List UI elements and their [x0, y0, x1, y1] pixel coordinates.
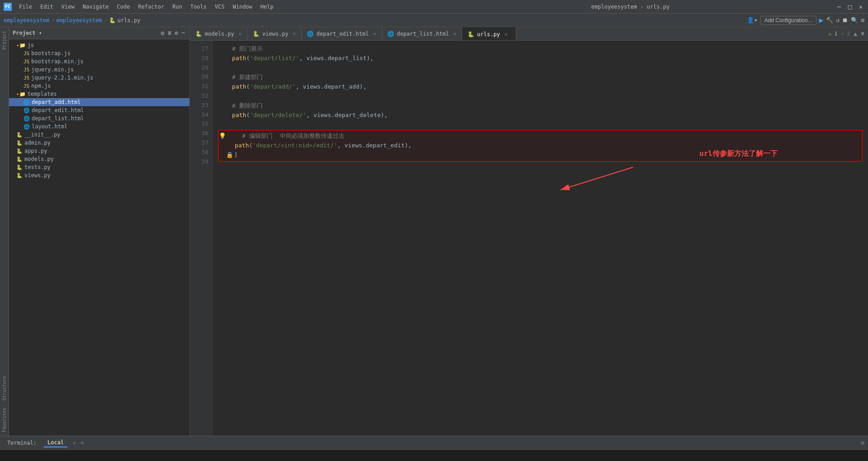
menu-window[interactable]: Window	[229, 3, 256, 11]
tree-item-templates-folder[interactable]: ▾📁 templates	[9, 90, 189, 98]
tab-depart-list-html[interactable]: 🌐 depart_list.html ✕	[382, 27, 462, 40]
tree-label: views.py	[24, 172, 51, 179]
tree-label: tests.py	[24, 164, 51, 170]
tree-item-depart-add-html[interactable]: 🌐 depart_add.html	[9, 98, 189, 106]
tree-item-npm-js[interactable]: JS npm.js	[9, 82, 189, 90]
maximize-button[interactable]: □	[846, 3, 854, 10]
tab-views-py[interactable]: 🐍 views.py ✕	[247, 27, 302, 40]
code-line-32	[218, 92, 863, 101]
menu-edit[interactable]: Edit	[37, 3, 57, 11]
tree-label: admin.py	[24, 140, 51, 146]
tree-item-models-py[interactable]: 🐍 models.py	[9, 155, 189, 163]
tab-close-icon[interactable]: ✕	[453, 31, 456, 36]
tree-item-jquery-221-js[interactable]: JS jquery-2.2.1.min.js	[9, 74, 189, 82]
sidebar-tree: ▾📁 js JS bootstrap.js JS bootstrap.min.j…	[9, 39, 189, 436]
code-line-37: path('depart/<int:nid>/edit/', views.dep…	[219, 141, 862, 151]
html-tab-icon: 🌐	[307, 31, 314, 37]
html-file-icon: 🌐	[24, 99, 30, 105]
terminal-area: Terminal: Local ✕ ＋ ⚙ [15/Feb/2022 02:41…	[0, 436, 868, 461]
breadcrumb-project[interactable]: employeesystem	[4, 17, 49, 24]
tab-bar-right: ⚠ 1 ✓ 2 ▲ ▼	[829, 27, 868, 40]
code-line-29	[218, 63, 863, 73]
tab-depart-edit-html[interactable]: 🌐 depart_edit.html ✕	[302, 27, 382, 40]
breadcrumb-sep2: ›	[104, 17, 107, 24]
html-file-icon: 🌐	[24, 124, 30, 130]
breadcrumb: employeesystem › employeesystem › 🐍urls.…	[4, 17, 140, 24]
tree-label: __init__.py	[24, 132, 60, 138]
tree-item-bootstrap-min-js[interactable]: JS bootstrap.min.js	[9, 57, 189, 66]
menu-help[interactable]: Help	[257, 3, 277, 11]
menu-file[interactable]: File	[15, 3, 36, 11]
breadcrumb-module[interactable]: employeesystem	[56, 17, 102, 24]
menu-vcs[interactable]: VCS	[211, 3, 228, 11]
sidebar-tool-close[interactable]: ─	[181, 29, 186, 37]
html-tab-icon: 🌐	[387, 31, 394, 37]
terminal-add-button[interactable]: ＋	[79, 439, 85, 447]
lock-icon: 🔒	[226, 151, 233, 160]
tree-item-bootstrap-js[interactable]: JS bootstrap.js	[9, 49, 189, 57]
tree-label: bootstrap.min.js	[31, 58, 84, 65]
menu-view[interactable]: View	[58, 3, 78, 11]
terminal-tab-close[interactable]: ✕	[73, 440, 75, 445]
terminal-tab-local[interactable]: Local	[44, 438, 67, 447]
run-button[interactable]: ▶	[819, 16, 824, 24]
tab-close-icon[interactable]: ✕	[505, 32, 507, 37]
tree-item-js-folder[interactable]: ▾📁 js	[9, 41, 189, 49]
tree-label: models.py	[24, 156, 54, 162]
tree-item-apps-py[interactable]: 🐍 apps.py	[9, 147, 189, 155]
terminal-content[interactable]: [15/Feb/2022 02:41:33] "GET /depart//edi…	[0, 450, 868, 461]
sidebar-tool-settings[interactable]: ⚙	[174, 29, 179, 37]
code-comment: # 删除部门	[218, 101, 263, 111]
structure-panel-label[interactable]: Structure	[1, 372, 8, 404]
minimize-button[interactable]: ─	[835, 3, 843, 10]
menu-tools[interactable]: Tools	[187, 3, 210, 11]
code-func: path	[218, 111, 246, 120]
collapse-icon[interactable]: ▼	[861, 30, 864, 37]
main-area: Project Structure Favorites Project ▾ ◎ …	[0, 27, 868, 436]
titlebar: PC File Edit View Navigate Code Refactor…	[0, 0, 868, 14]
menu-run[interactable]: Run	[169, 3, 186, 11]
code-content[interactable]: # 部门展示 path('depart/list/', views.depart…	[212, 41, 868, 436]
sidebar-tools: ◎ ≡ ⚙ ─	[160, 29, 186, 37]
build-button[interactable]: 🔨	[826, 17, 833, 24]
line-number: 37	[190, 138, 208, 148]
py-file-icon: 🐍	[16, 132, 23, 138]
code-line-33: # 删除部门	[218, 101, 863, 111]
tree-item-admin-py[interactable]: 🐍 admin.py	[9, 139, 189, 147]
settings-icon[interactable]: ⚙	[861, 17, 864, 24]
tab-close-icon[interactable]: ✕	[293, 31, 296, 36]
code-editor[interactable]: 27 28 29 30 31 32 33 34 35 36 37 38 39	[190, 41, 868, 436]
menu-refactor[interactable]: Refactor	[134, 3, 168, 11]
tree-item-views-py[interactable]: 🐍 views.py	[9, 171, 189, 179]
sidebar-tool-locate[interactable]: ◎	[160, 29, 165, 37]
tab-close-icon[interactable]: ✕	[373, 31, 376, 36]
stop-button[interactable]: ⏹	[842, 17, 848, 24]
tree-item-depart-edit-html[interactable]: 🌐 depart_edit.html	[9, 106, 189, 114]
close-button[interactable]: ✕	[857, 3, 864, 10]
tab-urls-py[interactable]: 🐍 urls.py ✕	[462, 27, 516, 40]
tree-label: apps.py	[24, 148, 47, 154]
project-panel-label[interactable]: Project	[1, 27, 8, 53]
tree-item-init-py[interactable]: 🐍 __init__.py	[9, 131, 189, 139]
user-icon[interactable]: 👤▾	[747, 17, 758, 24]
breadcrumb-file[interactable]: 🐍urls.py	[109, 17, 141, 24]
code-line-31: path('depart/add/', views.depart_add),	[218, 82, 863, 92]
terminal-settings-icon[interactable]: ⚙	[861, 439, 864, 446]
expand-icon[interactable]: ▲	[854, 30, 857, 37]
code-func: path	[221, 141, 249, 151]
sidebar-tool-expand[interactable]: ≡	[167, 29, 172, 37]
search-button[interactable]: 🔍	[851, 17, 858, 24]
tree-item-tests-py[interactable]: 🐍 tests.py	[9, 163, 189, 171]
tab-models-py[interactable]: 🐍 models.py ✕	[190, 27, 247, 40]
rerun-button[interactable]: ↺	[836, 17, 840, 24]
folder-open-icon: ▾📁	[16, 42, 26, 48]
tree-item-depart-list-html[interactable]: 🌐 depart_list.html	[9, 114, 189, 122]
tree-item-layout-html[interactable]: 🌐 layout.html	[9, 122, 189, 131]
favorites-panel-label[interactable]: Favorites	[1, 404, 8, 436]
tree-item-jquery-min-js[interactable]: JS jquery.min.js	[9, 66, 189, 74]
menu-navigate[interactable]: Navigate	[79, 3, 113, 11]
left-panel-strip: Project Structure Favorites	[0, 27, 9, 436]
tab-close-icon[interactable]: ✕	[239, 31, 241, 36]
add-configuration-button[interactable]: Add Configuration...	[760, 16, 816, 25]
menu-code[interactable]: Code	[113, 3, 134, 11]
